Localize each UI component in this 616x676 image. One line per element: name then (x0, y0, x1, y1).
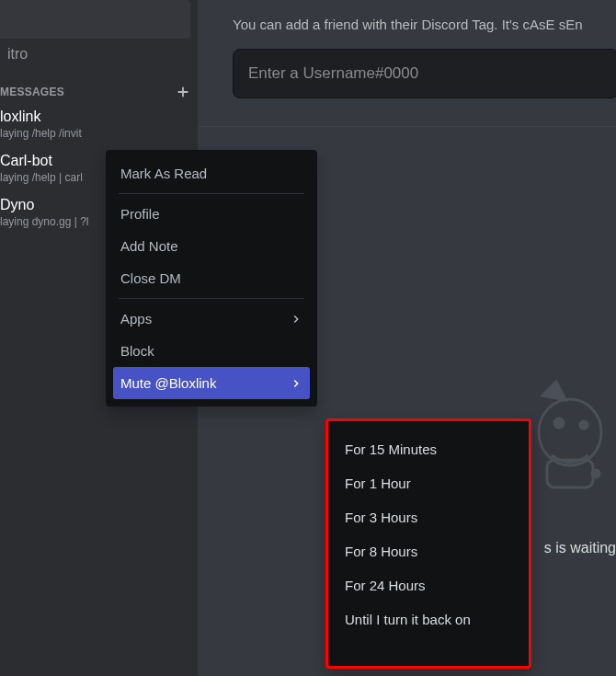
menu-mute-label: Mute @Bloxlink (120, 375, 216, 391)
menu-apps-label: Apps (120, 311, 152, 327)
dm-name: loxlink (0, 109, 198, 125)
selected-channel-highlight[interactable] (0, 0, 190, 39)
menu-mark-as-read[interactable]: Mark As Read (113, 157, 310, 189)
divider (198, 126, 616, 127)
menu-add-note[interactable]: Add Note (113, 230, 310, 262)
mute-until-off[interactable]: Until I turn it back on (336, 602, 521, 636)
svg-point-3 (580, 421, 587, 429)
dm-section-header: MESSAGES (0, 70, 198, 105)
mute-15-minutes[interactable]: For 15 Minutes (336, 432, 521, 466)
mute-1-hour[interactable]: For 1 Hour (336, 466, 521, 500)
menu-close-dm[interactable]: Close DM (113, 262, 310, 294)
menu-separator (119, 193, 304, 194)
svg-point-2 (554, 418, 564, 428)
dm-context-menu: Mark As Read Profile Add Note Close DM A… (106, 150, 317, 407)
dm-status: laying /help /invit (0, 127, 198, 140)
menu-apps[interactable]: Apps (113, 303, 310, 335)
dm-header-label: MESSAGES (0, 86, 64, 98)
svg-point-1 (539, 399, 601, 465)
add-friend-help-text: You can add a friend with their Discord … (198, 0, 616, 32)
svg-marker-0 (178, 87, 188, 97)
menu-separator (119, 298, 304, 299)
chevron-right-icon (290, 377, 302, 390)
dm-item-bloxlink[interactable]: loxlink laying /help /invit (0, 105, 198, 149)
mute-24-hours[interactable]: For 24 Hours (336, 568, 521, 602)
waiting-text: s is waiting (544, 540, 616, 556)
create-dm-icon[interactable] (176, 85, 190, 99)
nitro-nav-item[interactable]: itro (0, 39, 198, 70)
mute-duration-submenu: For 15 Minutes For 1 Hour For 3 Hours Fo… (325, 418, 531, 669)
wumpus-illustration (533, 368, 616, 497)
mute-3-hours[interactable]: For 3 Hours (336, 500, 521, 534)
svg-point-5 (592, 470, 599, 477)
username-input[interactable]: Enter a Username#0000 (233, 49, 616, 98)
menu-mute[interactable]: Mute @Bloxlink (113, 367, 310, 399)
menu-profile[interactable]: Profile (113, 198, 310, 230)
menu-block[interactable]: Block (113, 335, 310, 367)
mute-8-hours[interactable]: For 8 Hours (336, 534, 521, 568)
input-placeholder: Enter a Username#0000 (248, 64, 418, 83)
chevron-right-icon (290, 313, 302, 326)
